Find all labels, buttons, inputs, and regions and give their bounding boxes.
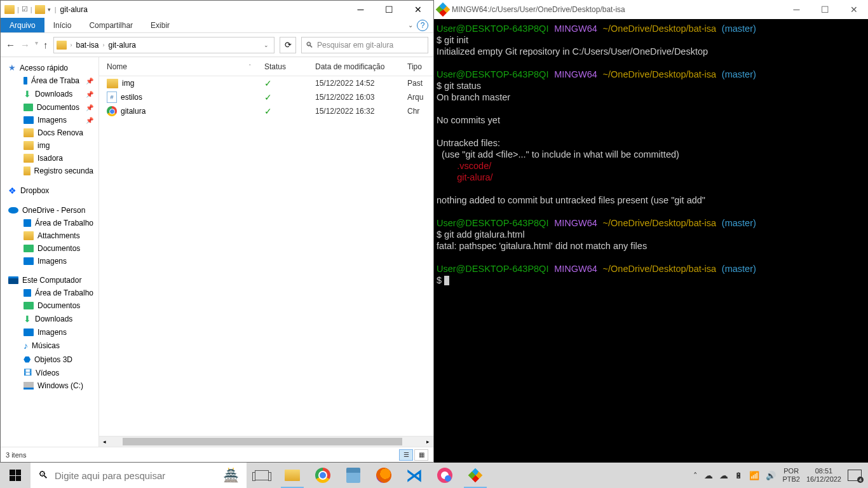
sidebar-item-downloads[interactable]: ⬇Downloads xyxy=(1,312,98,326)
sidebar-item-desktop[interactable]: Área de Trabalho xyxy=(1,287,98,299)
sidebar-dropbox[interactable]: ❖Dropbox xyxy=(1,184,98,198)
explorer-app[interactable] xyxy=(277,463,308,488)
file-row[interactable]: gitalura ✓ 15/12/2022 16:32 Chr xyxy=(99,104,433,118)
explorer-titlebar[interactable]: | ☑ | ▾ | git-alura ─ ☐ ✕ xyxy=(1,1,433,18)
chevron-right-icon[interactable]: › xyxy=(71,42,72,48)
sidebar-item-folder[interactable]: Documentos xyxy=(1,242,98,255)
window-controls: ─ ☐ ✕ xyxy=(782,0,868,19)
onedrive-tray-icon[interactable]: ☁ xyxy=(719,470,728,480)
start-button[interactable] xyxy=(0,463,31,488)
explorer-body: ★ Acesso rápido Área de Traba📌 ⬇Download… xyxy=(1,57,433,447)
chevron-down-icon[interactable]: ⌄ xyxy=(408,22,413,29)
taskview-button[interactable] xyxy=(247,463,277,488)
onedrive-tray-icon[interactable]: ☁ xyxy=(704,470,713,480)
breadcrumb[interactable]: bat-isa xyxy=(76,41,99,50)
sidebar-item-documents[interactable]: Documentos xyxy=(1,299,98,312)
scrollbar-thumb[interactable] xyxy=(123,438,402,445)
terminal-titlebar[interactable]: MINGW64:/c/Users/User/OneDrive/Desktop/b… xyxy=(434,0,868,19)
column-name[interactable]: Nome˄ xyxy=(99,62,264,71)
vscode-app[interactable]: ⋊ xyxy=(399,463,430,488)
sidebar-item-documents[interactable]: Documentos📌 xyxy=(1,101,98,114)
search-placeholder: Pesquisar em git-alura xyxy=(317,41,393,50)
tray-chevron-icon[interactable]: ˄ xyxy=(693,471,698,480)
breadcrumb[interactable]: git-alura xyxy=(109,41,136,50)
column-date[interactable]: Data de modificação xyxy=(315,62,407,71)
sidebar-quickaccess[interactable]: ★ Acesso rápido xyxy=(1,61,98,74)
sidebar-item-folder[interactable]: Isadora xyxy=(1,152,98,165)
taskbar-search[interactable]: 🔍︎ Digite aqui para pesquisar 🏯 xyxy=(31,463,247,488)
sidebar-item-folder[interactable]: img xyxy=(1,139,98,152)
firefox-app[interactable] xyxy=(369,463,399,488)
sidebar-label: Imagens xyxy=(37,257,67,266)
close-button[interactable]: ✕ xyxy=(403,1,432,18)
tab-file[interactable]: Arquivo xyxy=(1,18,44,32)
sort-indicator-icon: ˄ xyxy=(248,64,252,70)
large-icons-view-button[interactable]: ▦ xyxy=(414,449,428,461)
sidebar-item-folder[interactable]: Registro secunda xyxy=(1,165,98,177)
chrome-app[interactable] xyxy=(308,463,338,488)
action-center-button[interactable] xyxy=(848,470,862,481)
opera-app[interactable] xyxy=(430,463,460,488)
scroll-right-icon[interactable]: ▸ xyxy=(423,437,433,447)
sidebar-item-desktop[interactable]: Área de Traba📌 xyxy=(1,74,98,87)
chevron-right-icon[interactable]: › xyxy=(103,42,105,48)
gitbash-app[interactable] xyxy=(460,463,491,488)
pin-icon: 📌 xyxy=(83,117,93,124)
address-dropdown[interactable]: ⌄ xyxy=(261,42,271,48)
tab-share[interactable]: Compartilhar xyxy=(80,18,142,32)
file-row[interactable]: #estilos ✓ 15/12/2022 16:03 Arqu xyxy=(99,90,433,104)
forward-button[interactable]: → xyxy=(20,39,30,50)
tab-home[interactable]: Início xyxy=(44,18,81,32)
terminal-output[interactable]: User@DESKTOP-643P8QI MINGW64 ~/OneDrive/… xyxy=(434,19,868,463)
sidebar-item-3d[interactable]: ⬣Objetos 3D xyxy=(1,353,98,366)
sidebar-item-images[interactable]: Imagens📌 xyxy=(1,114,98,126)
folder-icon[interactable] xyxy=(35,5,45,14)
sidebar-item-downloads[interactable]: ⬇Downloads📌 xyxy=(1,87,98,101)
maximize-button[interactable]: ☐ xyxy=(811,0,839,19)
up-button[interactable]: ↑ xyxy=(43,39,48,50)
column-headers[interactable]: Nome˄ Status Data de modificação Tipo xyxy=(99,57,433,76)
sidebar-item-folder[interactable]: Área de Trabalho xyxy=(1,217,98,229)
sidebar-label: Área de Traba xyxy=(31,76,79,85)
sidebar-item-disk-c[interactable]: Windows (C:) xyxy=(1,379,98,392)
search-input[interactable]: 🔍︎ Pesquisar em git-alura xyxy=(301,37,428,53)
maximize-button[interactable]: ☐ xyxy=(375,1,403,18)
minimize-button[interactable]: ─ xyxy=(782,0,811,19)
sidebar-item-music[interactable]: ♪Músicas xyxy=(1,339,98,353)
minimize-button[interactable]: ─ xyxy=(346,1,375,18)
sidebar-item-folder[interactable]: Docs Renova xyxy=(1,126,98,139)
horizontal-scrollbar[interactable]: ◂ ▸ xyxy=(99,436,433,447)
folder-icon xyxy=(24,141,34,150)
sidebar-item-videos[interactable]: 🎞Vídeos xyxy=(1,366,98,379)
prompt-shell: MINGW64 xyxy=(554,218,597,228)
dropdown-icon[interactable]: ▾ xyxy=(48,6,51,13)
tab-view[interactable]: Exibir xyxy=(142,18,179,32)
documents-icon xyxy=(24,104,33,111)
refresh-button[interactable]: ⟳ xyxy=(280,37,296,53)
volume-icon[interactable]: 🔊 xyxy=(766,471,776,480)
sidebar-item-folder[interactable]: Imagens xyxy=(1,255,98,268)
file-row[interactable]: img ✓ 15/12/2022 14:52 Past xyxy=(99,76,433,90)
help-button[interactable]: ? xyxy=(417,20,428,31)
pin-icon: 📌 xyxy=(83,78,93,85)
title-separator: | xyxy=(55,6,57,13)
recent-dropdown[interactable]: ▾ xyxy=(35,39,38,50)
address-bar[interactable]: › bat-isa › git-alura ⌄ xyxy=(53,37,275,53)
details-view-button[interactable]: ☰ xyxy=(399,449,413,461)
back-button[interactable]: ← xyxy=(6,39,15,50)
tray-language[interactable]: POR PTB2 xyxy=(782,467,800,484)
sidebar-label: img xyxy=(37,141,50,150)
column-status[interactable]: Status xyxy=(264,62,315,71)
wifi-icon[interactable]: 📶 xyxy=(749,471,759,480)
sidebar-item-images[interactable]: Imagens xyxy=(1,326,98,339)
battery-icon[interactable]: 🔋︎ xyxy=(735,471,743,480)
calendar-app[interactable] xyxy=(338,463,369,488)
sidebar-thispc[interactable]: Este Computador xyxy=(1,274,98,287)
close-button[interactable]: ✕ xyxy=(839,0,868,19)
sidebar-item-folder[interactable]: Attachments xyxy=(1,229,98,242)
sidebar-onedrive[interactable]: OneDrive - Person xyxy=(1,204,98,217)
scroll-left-icon[interactable]: ◂ xyxy=(99,437,110,447)
column-type[interactable]: Tipo xyxy=(407,62,433,71)
tray-clock[interactable]: 08:51 16/12/2022 xyxy=(806,467,841,484)
checkbox-icon[interactable]: ☑ xyxy=(22,5,28,13)
